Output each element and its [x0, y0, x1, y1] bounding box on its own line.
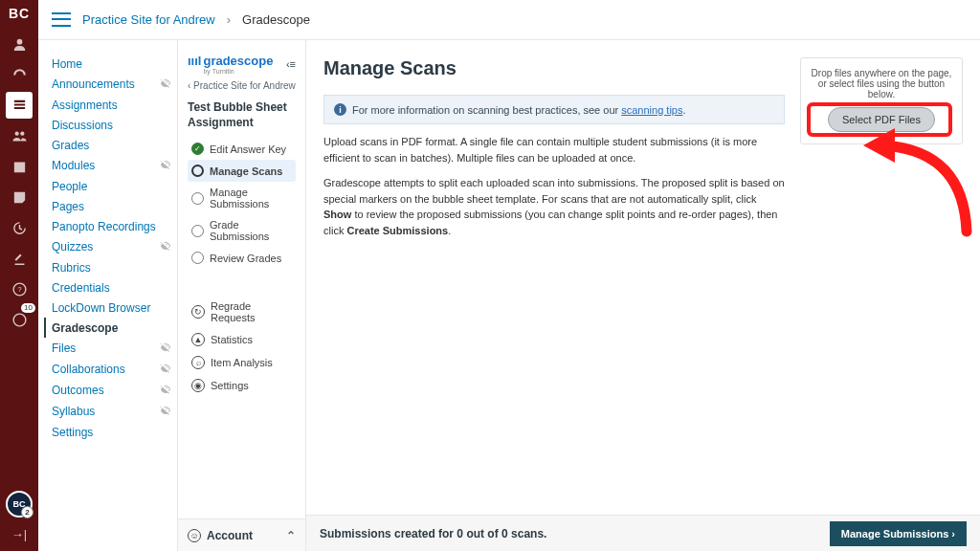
svg-point-1	[14, 131, 18, 135]
account-icon[interactable]	[6, 31, 33, 57]
groups-icon[interactable]	[6, 122, 33, 149]
workflow-step[interactable]: Grade Submissions	[188, 214, 296, 247]
nav-label: Panopto Recordings	[52, 220, 156, 233]
tool-label: Statistics	[211, 334, 253, 345]
hidden-icon	[160, 77, 171, 92]
course-nav-item[interactable]: Gradescope	[44, 318, 171, 338]
institution-logo: BC	[9, 6, 30, 21]
chevron-up-icon: ⌃	[286, 529, 296, 542]
nav-label: Outcomes	[52, 384, 104, 397]
course-nav-item[interactable]: Announcements	[52, 74, 171, 95]
course-nav-item[interactable]: Discussions	[52, 115, 171, 135]
scanning-tips-link[interactable]: scanning tips	[621, 104, 682, 116]
course-nav-item[interactable]: Collaborations	[52, 359, 171, 380]
course-nav-item[interactable]: Panopto Recordings	[52, 216, 171, 236]
nav-label: Rubrics	[52, 261, 91, 275]
tool-item[interactable]: ⌕Item Analysis	[188, 351, 296, 374]
submission-status: Submissions created for 0 out of 0 scans…	[320, 527, 546, 540]
manage-submissions-button[interactable]: Manage Submissions ›	[830, 521, 967, 546]
gradescope-back-link[interactable]: ‹ Practice Site for Andrew	[188, 80, 296, 91]
check-icon	[191, 143, 204, 155]
course-nav-item[interactable]: Modules	[52, 155, 171, 176]
drop-instructions: Drop files anywhere on the page, or sele…	[809, 68, 954, 99]
tool-label: Item Analysis	[211, 357, 273, 368]
workflow-step[interactable]: Edit Answer Key	[188, 138, 296, 160]
courses-icon[interactable]	[6, 92, 33, 119]
nav-label: Modules	[52, 159, 95, 172]
tool-label: Regrade Requests	[211, 300, 292, 323]
course-nav-item[interactable]: LockDown Browser	[52, 298, 171, 318]
analytics-icon[interactable]: 10	[6, 306, 33, 333]
tool-item[interactable]: ◉Settings	[188, 374, 296, 397]
calendar-icon[interactable]	[6, 153, 33, 180]
hidden-icon	[160, 363, 171, 377]
assignment-title: Test Bubble Sheet Assignment	[188, 100, 296, 130]
dashboard-icon[interactable]	[6, 61, 33, 88]
file-drop-card[interactable]: Drop files anywhere on the page, or sele…	[800, 57, 963, 144]
tool-icon: ⌕	[191, 356, 205, 369]
global-nav-rail: BC ? 10 BC2 →|	[0, 0, 38, 551]
workflow-step[interactable]: Manage Submissions	[188, 182, 296, 214]
collapse-arrow-icon[interactable]: →|	[11, 527, 27, 541]
course-nav-item[interactable]: People	[52, 176, 171, 196]
nav-label: LockDown Browser	[52, 301, 150, 315]
course-nav-item[interactable]: Outcomes	[52, 380, 171, 401]
info-banner: i For more information on scanning best …	[323, 95, 785, 124]
upload-help-text-1: Upload scans in PDF format. A single fil…	[323, 134, 785, 165]
circle-icon	[191, 252, 204, 264]
help-icon[interactable]: ?	[6, 276, 33, 302]
step-label: Edit Answer Key	[210, 143, 286, 155]
breadcrumb-current: Gradescope	[242, 12, 310, 27]
svg-text:?: ?	[17, 285, 22, 294]
hamburger-icon[interactable]	[52, 11, 71, 30]
gradescope-logo: ıııl gradescopeby Turnitin	[188, 54, 273, 75]
hidden-icon	[160, 384, 171, 398]
account-icon: ☺	[188, 529, 201, 542]
course-nav-item[interactable]: Credentials	[52, 277, 171, 298]
main-content: Manage Scans i For more information on s…	[306, 40, 980, 551]
user-avatar[interactable]: BC2	[6, 491, 33, 518]
course-nav-item[interactable]: Syllabus	[52, 401, 171, 422]
tool-icon: ◉	[191, 379, 205, 392]
course-navigation: HomeAnnouncementsAssignmentsDiscussionsG…	[38, 40, 177, 551]
nav-label: Discussions	[52, 119, 113, 132]
nav-label: Gradescope	[52, 321, 118, 335]
breadcrumb-course[interactable]: Practice Site for Andrew	[82, 12, 215, 27]
info-icon: i	[334, 103, 346, 116]
commons-icon[interactable]	[6, 245, 33, 272]
circle-icon	[191, 225, 204, 237]
inbox-icon[interactable]	[6, 184, 33, 210]
tool-label: Settings	[211, 380, 249, 391]
notification-badge: 2	[21, 506, 33, 518]
sidebar-toggle-icon[interactable]: ‹≡	[286, 58, 296, 70]
course-nav-item[interactable]: Files	[52, 338, 171, 359]
hidden-icon	[160, 342, 171, 356]
info-text: For more information on scanning best pr…	[352, 104, 621, 116]
tool-item[interactable]: ▲Statistics	[188, 328, 296, 351]
breadcrumb-bar: Practice Site for Andrew › Gradescope	[38, 0, 980, 40]
course-nav-item[interactable]: Pages	[52, 196, 171, 216]
course-nav-item[interactable]: Assignments	[52, 95, 171, 115]
nav-label: Grades	[52, 139, 89, 152]
history-icon[interactable]	[6, 214, 33, 241]
tool-icon: ▲	[191, 333, 205, 346]
course-nav-item[interactable]: Settings	[52, 422, 171, 442]
workflow-step[interactable]: Review Grades	[188, 247, 296, 269]
gradescope-sidebar: ıııl gradescopeby Turnitin ‹≡ ‹ Practice…	[177, 40, 306, 551]
select-pdf-button[interactable]: Select PDF Files	[828, 107, 935, 132]
course-nav-item[interactable]: Rubrics	[52, 257, 171, 277]
course-nav-item[interactable]: Quizzes	[52, 236, 171, 257]
account-footer[interactable]: ☺ Account ⌃	[178, 518, 305, 551]
tool-item[interactable]: ↻Regrade Requests	[188, 296, 296, 328]
hidden-icon	[160, 405, 171, 419]
hidden-icon	[160, 159, 171, 173]
breadcrumb-separator: ›	[227, 12, 231, 27]
nav-label: People	[52, 180, 87, 193]
course-nav-item[interactable]: Grades	[52, 135, 171, 155]
course-nav-item[interactable]: Home	[52, 54, 171, 74]
workflow-step[interactable]: Manage Scans	[188, 160, 296, 182]
tool-icon: ↻	[191, 305, 205, 319]
svg-point-2	[20, 131, 24, 135]
upload-help-text-2: Gradescope attempts to split each upload…	[323, 175, 785, 238]
nav-label: Files	[52, 342, 76, 355]
